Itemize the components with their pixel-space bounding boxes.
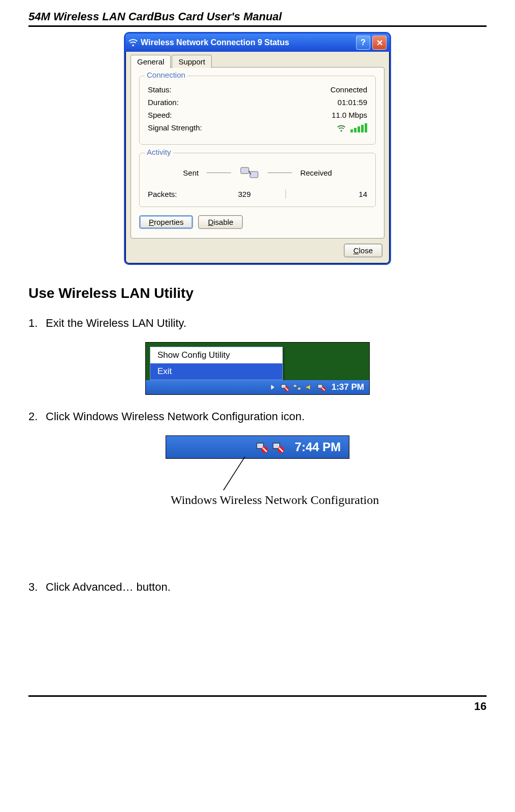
titlebar: Wireless Network Connection 9 Status ? ✕ <box>125 33 390 52</box>
tray-wlan-disconnected-icon[interactable] <box>316 382 327 392</box>
status-label: Status: <box>148 85 172 94</box>
activity-group-title: Activity <box>145 148 173 156</box>
connection-group-title: Connection <box>145 71 187 79</box>
duration-label: Duration: <box>148 98 179 107</box>
packets-label: Packets: <box>148 190 204 198</box>
step-3: 3.Click Advanced… button. <box>28 581 487 594</box>
tray-network-icon[interactable] <box>292 382 302 392</box>
running-header: 54M Wireless LAN CardBus Card User's Man… <box>28 10 487 23</box>
help-button[interactable]: ? <box>356 36 370 50</box>
xp-dialog: Wireless Network Connection 9 Status ? ✕… <box>124 32 391 265</box>
signal-bars-icon <box>350 123 367 132</box>
svg-point-0 <box>132 45 134 47</box>
disable-button[interactable]: Disable <box>198 215 243 229</box>
speed-label: Speed: <box>148 111 172 119</box>
svg-rect-2 <box>241 167 249 174</box>
section-title: Use Wireless LAN Utility <box>28 285 487 301</box>
clock: 1:37 PM <box>332 382 364 392</box>
wireless-icon <box>128 38 138 47</box>
clock-2: 7:44 PM <box>295 440 341 454</box>
tab-support[interactable]: Support <box>172 55 212 68</box>
figure-context-menu: Show Config Utility Exit 1:37 PM <box>145 342 370 395</box>
svg-point-1 <box>340 130 342 131</box>
signal-label: Signal Strength: <box>148 123 202 134</box>
duration-value: 01:01:59 <box>338 98 367 107</box>
svg-rect-9 <box>298 387 301 390</box>
activity-group: Activity Sent <box>139 153 376 207</box>
sent-label: Sent <box>183 168 199 177</box>
system-tray <box>268 382 327 392</box>
packets-sent: 329 <box>204 190 285 198</box>
tab-strip: General Support <box>131 55 384 68</box>
status-value: Connected <box>330 85 367 94</box>
close-x-button[interactable]: ✕ <box>372 36 387 50</box>
figure-status-dialog: Wireless Network Connection 9 Status ? ✕… <box>28 32 487 265</box>
received-line <box>268 173 292 173</box>
callout-label: Windows Wireless Network Configuration <box>171 493 379 507</box>
tray-expand-icon[interactable] <box>268 382 278 392</box>
tray-volume-icon[interactable] <box>304 382 314 392</box>
taskbar-2: 7:44 PM <box>166 436 349 458</box>
speed-value: 11.0 Mbps <box>332 111 367 119</box>
callout-line <box>221 457 262 492</box>
figure-taskbar: 7:44 PM <box>166 435 349 459</box>
page-footer: 16 <box>28 695 487 723</box>
dialog-title: Wireless Network Connection 9 Status <box>141 38 289 47</box>
tray-wireless-off-icon[interactable] <box>255 440 269 454</box>
tab-general[interactable]: General <box>131 55 171 68</box>
close-button[interactable]: Close <box>344 244 382 257</box>
activity-computers-icon <box>239 162 260 183</box>
signal-strength-indicator <box>337 123 367 134</box>
connection-group: Connection Status: Connected Duration: 0… <box>139 76 376 145</box>
svg-rect-3 <box>250 172 258 178</box>
sent-line <box>207 173 231 173</box>
packets-received: 14 <box>286 190 368 198</box>
step-1: 1.Exit the Wireless LAN Utility. <box>28 317 487 330</box>
tray-wireless-off-icon[interactable] <box>280 382 290 392</box>
tray-wlan-disconnected-icon[interactable] <box>271 440 285 454</box>
received-label: Received <box>300 168 332 177</box>
system-tray-2 <box>255 440 285 454</box>
svg-rect-8 <box>294 385 297 387</box>
menu-item-exit[interactable]: Exit <box>150 363 282 380</box>
step-2: 2.Click Windows Wireless Network Configu… <box>28 410 487 423</box>
page-number: 16 <box>474 700 487 713</box>
menu-item-show-config[interactable]: Show Config Utility <box>150 347 282 363</box>
svg-line-19 <box>223 457 245 490</box>
header-rule <box>28 25 487 27</box>
callout: Windows Wireless Network Configuration <box>28 459 487 520</box>
taskbar: 1:37 PM <box>146 380 369 394</box>
general-panel: Connection Status: Connected Duration: 0… <box>131 67 384 239</box>
tray-context-menu: Show Config Utility Exit <box>150 347 283 380</box>
properties-button[interactable]: Properties <box>139 215 193 229</box>
